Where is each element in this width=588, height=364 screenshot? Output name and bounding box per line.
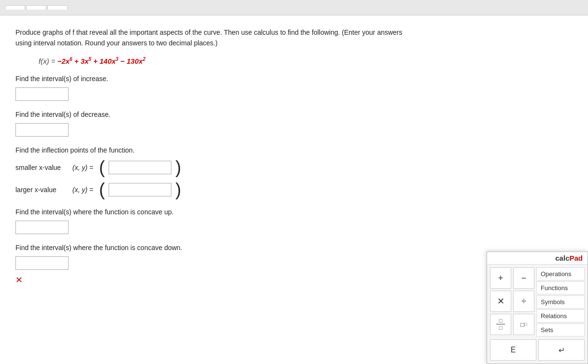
calcpad-title-pad: Pad (569, 254, 583, 262)
q4-section: Find the interval(s) where the function … (15, 208, 448, 234)
q5-answer-input[interactable] (15, 256, 69, 270)
formula-value: −2x6 + 3x5 + 140x3 − 130x2 (57, 57, 145, 65)
calc-btn-superscript[interactable]: □□ (513, 314, 534, 335)
q3-smaller-input[interactable] (109, 161, 171, 174)
calcpad-container: calcPad + − ✕ ÷ □ □ □□ Operations (487, 252, 588, 364)
q3-larger-label: larger x-value (15, 186, 69, 194)
calcpad-bottom-row: E ↵ (487, 339, 588, 364)
page-wrapper: Produce graphs of f that reveal all the … (0, 0, 588, 364)
calc-btn-multiply[interactable]: ✕ (490, 291, 511, 312)
q1-label: Find the interval(s) of increase. (15, 75, 448, 83)
calcpad-menu: Operations Functions Symbols Relations S… (536, 267, 585, 336)
problem-text-line2: using interval notation. Round your answ… (15, 39, 218, 47)
calc-btn-minus[interactable]: − (513, 267, 534, 289)
calc-btn-divide[interactable]: ÷ (513, 291, 534, 312)
calcpad-header: calcPad (487, 252, 588, 265)
q3-smaller-row: smaller x-value (x, y) = ( ) (15, 159, 448, 176)
q4-label: Find the interval(s) where the function … (15, 208, 448, 216)
q3-larger-input[interactable] (109, 183, 171, 196)
main-content: Produce graphs of f that reveal all the … (0, 15, 463, 297)
calc-btn-euler[interactable]: E (490, 339, 536, 361)
q3-larger-row: larger x-value (x, y) = ( ) (15, 181, 448, 198)
problem-description: Produce graphs of f that reveal all the … (15, 27, 448, 49)
problem-text-line1: Produce graphs of f that reveal all the … (15, 28, 402, 36)
q1-section: Find the interval(s) of increase. (15, 75, 448, 101)
tab-2[interactable] (26, 5, 46, 10)
top-bar (0, 0, 588, 15)
q2-label: Find the interval(s) of decrease. (15, 111, 448, 118)
q3-larger-paren-close: ) (175, 181, 181, 198)
tab-3[interactable] (47, 5, 68, 10)
error-icon: ✕ (15, 275, 23, 285)
calc-btn-fraction[interactable]: □ □ (490, 314, 511, 335)
q1-answer-input[interactable] (15, 87, 69, 101)
q5-label: Find the interval(s) where the function … (15, 244, 448, 252)
tab-1[interactable] (5, 5, 25, 10)
q5-section: Find the interval(s) where the function … (15, 244, 448, 285)
q3-smaller-xy: (x, y) = (72, 164, 93, 171)
q3-larger-paren-open: ( (99, 181, 105, 198)
q3-smaller-label: smaller x-value (15, 164, 69, 171)
menu-item-relations[interactable]: Relations (536, 309, 585, 322)
calc-btn-plus[interactable]: + (490, 267, 511, 289)
q3-smaller-paren-open: ( (99, 159, 105, 176)
q3-label: Find the inflection points of the functi… (15, 146, 448, 154)
calc-btn-backspace[interactable]: ↵ (538, 339, 585, 361)
formula-line: f(x) = −2x6 + 3x5 + 140x3 − 130x2 (39, 56, 448, 65)
calcpad-body: + − ✕ ÷ □ □ □□ Operations Functions Symb… (487, 265, 588, 339)
q2-section: Find the interval(s) of decrease. (15, 111, 448, 137)
q3-larger-xy: (x, y) = (72, 186, 93, 194)
menu-item-operations[interactable]: Operations (536, 267, 585, 280)
calcpad-title-calc: calc (555, 254, 569, 262)
q3-section: Find the inflection points of the functi… (15, 146, 448, 198)
q3-smaller-paren-close: ) (175, 159, 181, 176)
menu-item-functions[interactable]: Functions (536, 281, 585, 294)
calcpad-buttons-grid: + − ✕ ÷ □ □ □□ (490, 267, 534, 336)
q4-answer-input[interactable] (15, 221, 69, 234)
menu-item-sets[interactable]: Sets (536, 323, 585, 336)
formula-label: f(x) = (39, 57, 56, 65)
q2-answer-input[interactable] (15, 123, 69, 137)
calcpad-title: calcPad (555, 254, 583, 262)
q5-answer-wrapper: ✕ (15, 256, 69, 285)
menu-item-symbols[interactable]: Symbols (536, 295, 585, 308)
